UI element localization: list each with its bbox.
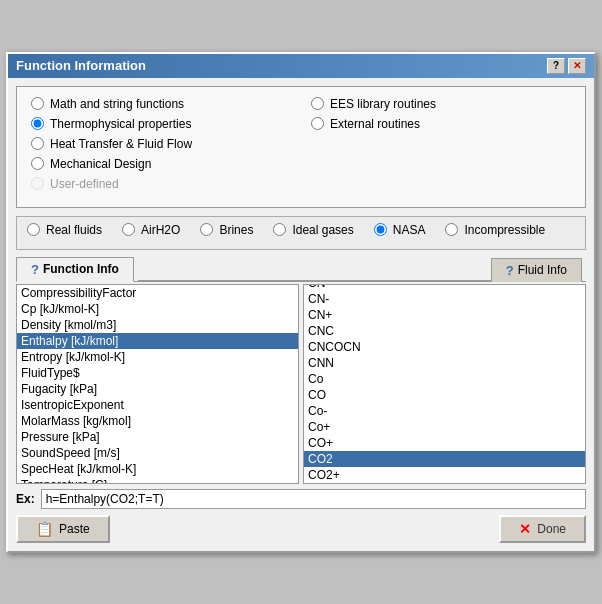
radio-external-input[interactable] bbox=[311, 117, 324, 130]
radio-user-input bbox=[31, 177, 44, 190]
list-item[interactable]: Density [kmol/m3] bbox=[17, 317, 298, 333]
list-item[interactable]: CO2+ bbox=[304, 467, 585, 483]
radio-heat-input[interactable] bbox=[31, 137, 44, 150]
radio-brines-input[interactable] bbox=[200, 223, 213, 236]
tab-function-info-label: Function Info bbox=[43, 262, 119, 276]
fluids-list-wrapper: CNCN-CN+CNCCNCOCNCNNCoCOCo-Co+CO+CO2CO2+ bbox=[303, 284, 586, 484]
list-item[interactable]: CO2 bbox=[304, 451, 585, 467]
radio-brines-label[interactable]: Brines bbox=[219, 223, 253, 237]
list-item[interactable]: Temperature [C] bbox=[17, 477, 298, 484]
radio-external: External routines bbox=[311, 117, 571, 131]
paste-button[interactable]: 📋 Paste bbox=[16, 515, 110, 543]
radio-user-label: User-defined bbox=[50, 177, 119, 191]
title-bar: Function Information ? ✕ bbox=[8, 54, 594, 78]
radio-ees-input[interactable] bbox=[311, 97, 324, 110]
list-item[interactable]: SpecHeat [kJ/kmol-K] bbox=[17, 461, 298, 477]
radio-real-input[interactable] bbox=[27, 223, 40, 236]
list-item[interactable]: CNCOCN bbox=[304, 339, 585, 355]
radio-heat: Heat Transfer & Fluid Flow bbox=[31, 137, 291, 151]
category-left-col: Math and string functions Thermophysical… bbox=[31, 97, 291, 197]
list-item[interactable]: Entropy [kJ/kmol-K] bbox=[17, 349, 298, 365]
list-item[interactable]: Fugacity [kPa] bbox=[17, 381, 298, 397]
radio-real-label[interactable]: Real fluids bbox=[46, 223, 102, 237]
bottom-buttons: 📋 Paste ✕ Done bbox=[16, 515, 586, 543]
list-item[interactable]: CN- bbox=[304, 291, 585, 307]
help-button[interactable]: ? bbox=[547, 58, 565, 74]
radio-mech-label[interactable]: Mechanical Design bbox=[50, 157, 151, 171]
close-button[interactable]: ✕ bbox=[568, 58, 586, 74]
list-item[interactable]: CO bbox=[304, 387, 585, 403]
radio-external-label[interactable]: External routines bbox=[330, 117, 420, 131]
radio-nasa-label[interactable]: NASA bbox=[393, 223, 426, 237]
radio-nasa: NASA bbox=[374, 223, 426, 237]
radio-nasa-input[interactable] bbox=[374, 223, 387, 236]
radio-math: Math and string functions bbox=[31, 97, 291, 111]
radio-user: User-defined bbox=[31, 177, 291, 191]
list-item[interactable]: Co bbox=[304, 371, 585, 387]
category-right-col: EES library routines External routines bbox=[311, 97, 571, 197]
functions-list-wrapper: CompressibilityFactorCp [kJ/kmol-K]Densi… bbox=[16, 284, 299, 484]
done-label: Done bbox=[537, 522, 566, 536]
radio-real: Real fluids bbox=[27, 223, 102, 237]
list-item[interactable]: FluidType$ bbox=[17, 365, 298, 381]
tab-fluid-info[interactable]: ? Fluid Info bbox=[491, 258, 582, 282]
lists-container: CompressibilityFactorCp [kJ/kmol-K]Densi… bbox=[16, 284, 586, 484]
list-item[interactable]: IsentropicExponent bbox=[17, 397, 298, 413]
list-item[interactable]: CN+ bbox=[304, 307, 585, 323]
radio-ideal-input[interactable] bbox=[273, 223, 286, 236]
radio-ideal: Ideal gases bbox=[273, 223, 353, 237]
radio-ideal-label[interactable]: Ideal gases bbox=[292, 223, 353, 237]
done-button[interactable]: ✕ Done bbox=[499, 515, 586, 543]
list-item[interactable]: SoundSpeed [m/s] bbox=[17, 445, 298, 461]
radio-airh2o: AirH2O bbox=[122, 223, 180, 237]
category-section: Math and string functions Thermophysical… bbox=[16, 86, 586, 208]
functions-list[interactable]: CompressibilityFactorCp [kJ/kmol-K]Densi… bbox=[16, 284, 299, 484]
title-bar-buttons: ? ✕ bbox=[547, 58, 586, 74]
fluids-list[interactable]: CNCN-CN+CNCCNCOCNCNNCoCOCo-Co+CO+CO2CO2+ bbox=[303, 284, 586, 484]
paste-label: Paste bbox=[59, 522, 90, 536]
radio-incomp: Incompressible bbox=[445, 223, 545, 237]
function-info-question-icon: ? bbox=[31, 262, 39, 277]
tabs-row: ? Function Info ? Fluid Info bbox=[16, 256, 586, 282]
list-item[interactable]: CompressibilityFactor bbox=[17, 285, 298, 301]
radio-mech: Mechanical Design bbox=[31, 157, 291, 171]
list-item[interactable]: CO+ bbox=[304, 435, 585, 451]
list-item[interactable]: Co- bbox=[304, 403, 585, 419]
list-item[interactable]: Enthalpy [kJ/kmol] bbox=[17, 333, 298, 349]
example-label: Ex: bbox=[16, 492, 35, 506]
radio-brines: Brines bbox=[200, 223, 253, 237]
tab-fluid-info-label: Fluid Info bbox=[518, 263, 567, 277]
window-body: Math and string functions Thermophysical… bbox=[8, 78, 594, 551]
fluid-info-question-icon: ? bbox=[506, 263, 514, 278]
tab-function-info[interactable]: ? Function Info bbox=[16, 257, 134, 282]
example-input[interactable] bbox=[41, 489, 586, 509]
list-item[interactable]: Pressure [kPa] bbox=[17, 429, 298, 445]
radio-thermo: Thermophysical properties bbox=[31, 117, 291, 131]
radio-ees: EES library routines bbox=[311, 97, 571, 111]
category-columns: Math and string functions Thermophysical… bbox=[31, 97, 571, 197]
radio-incomp-label[interactable]: Incompressible bbox=[464, 223, 545, 237]
radio-thermo-input[interactable] bbox=[31, 117, 44, 130]
list-item[interactable]: MolarMass [kg/kmol] bbox=[17, 413, 298, 429]
window-title: Function Information bbox=[16, 58, 146, 73]
radio-math-input[interactable] bbox=[31, 97, 44, 110]
example-row: Ex: bbox=[16, 489, 586, 509]
radio-airh2o-input[interactable] bbox=[122, 223, 135, 236]
list-item[interactable]: CNC bbox=[304, 323, 585, 339]
paste-icon: 📋 bbox=[36, 521, 53, 537]
radio-thermo-label[interactable]: Thermophysical properties bbox=[50, 117, 191, 131]
radio-heat-label[interactable]: Heat Transfer & Fluid Flow bbox=[50, 137, 192, 151]
fluid-type-section: Real fluids AirH2O Brines Ideal gases NA… bbox=[16, 216, 586, 250]
radio-ees-label[interactable]: EES library routines bbox=[330, 97, 436, 111]
radio-incomp-input[interactable] bbox=[445, 223, 458, 236]
main-window: Function Information ? ✕ Math and string… bbox=[6, 52, 596, 553]
list-item[interactable]: CNN bbox=[304, 355, 585, 371]
list-item[interactable]: CN bbox=[304, 284, 585, 291]
radio-airh2o-label[interactable]: AirH2O bbox=[141, 223, 180, 237]
radio-math-label[interactable]: Math and string functions bbox=[50, 97, 184, 111]
x-icon: ✕ bbox=[519, 521, 531, 537]
list-item[interactable]: Cp [kJ/kmol-K] bbox=[17, 301, 298, 317]
radio-mech-input[interactable] bbox=[31, 157, 44, 170]
list-item[interactable]: Co+ bbox=[304, 419, 585, 435]
